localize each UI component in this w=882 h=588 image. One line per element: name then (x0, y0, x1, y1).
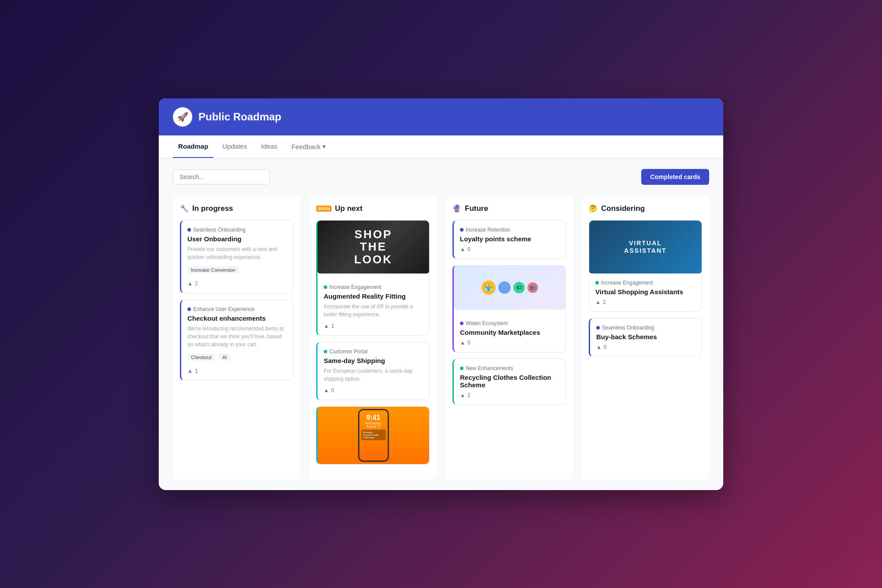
thinking-icon: 🤔 (589, 204, 598, 213)
column-header-future: 🔮 Future (452, 204, 566, 213)
card-same-day-shipping[interactable]: Customer Portal Same-day Shipping For Eu… (316, 342, 430, 400)
marketplace-icon-store: 🏪 (482, 281, 496, 295)
vote-count: 0 (331, 387, 334, 393)
nav-feedback[interactable]: Feedback ▾ (286, 135, 331, 157)
search-input[interactable] (173, 169, 270, 184)
category-label: Widen Ecosystem (466, 320, 508, 326)
marketplace-icon-tag: 🏷 (513, 282, 525, 293)
phone-notification: Messages Armando Cajide 3 Messages (361, 430, 386, 440)
column-up-next: SOON Up next 📱 SHOPTHELOOK (309, 195, 437, 479)
upvote-icon[interactable]: ▲ (460, 392, 465, 398)
nav-bar: Roadmap Updates Ideas Feedback ▾ (159, 135, 723, 158)
category-label: Increase Engagement (601, 280, 653, 286)
category-badge: Seamless Onboarding (187, 227, 287, 233)
column-considering: 🤔 Considering VIRTUALASSISTANT Increase … (582, 195, 709, 479)
upvote-icon[interactable]: ▲ (596, 344, 602, 350)
card-ar-fitting[interactable]: 📱 SHOPTHELOOK Increase Engagement Augmen… (316, 220, 430, 336)
card-title: Recycling Clothes Collection Scheme (460, 374, 559, 389)
category-badge: Seamless Onboarding (596, 325, 695, 331)
category-label: Customer Portal (329, 348, 368, 355)
dot-blue (187, 307, 191, 311)
category-badge: Increase Engagement (324, 284, 423, 290)
card-title: Virtual Shopping Assistants (595, 288, 695, 296)
nav-roadmap[interactable]: Roadmap (173, 135, 213, 158)
vote-count: 1 (331, 323, 334, 329)
vote-count: 2 (603, 299, 606, 305)
vote-row: ▲ 0 (460, 340, 559, 346)
card-loyalty-points[interactable]: Increase Retention Loyalty points scheme… (452, 220, 566, 259)
column-title-considering: Considering (601, 204, 645, 213)
column-title-future: Future (465, 204, 488, 213)
vote-row: ▲ 0 (596, 344, 695, 350)
nav-ideas[interactable]: Ideas (256, 135, 283, 158)
card-user-onboarding[interactable]: Seamless Onboarding User Onboarding Prov… (180, 220, 293, 293)
crystal-ball-icon: 🔮 (452, 204, 461, 213)
phone-time: 9:41 (366, 414, 380, 422)
phone-mockup: 9:41 Wednesday, August 12 Messages Arman… (358, 409, 389, 462)
completed-cards-button[interactable]: Completed cards (641, 169, 709, 185)
column-header-up-next: SOON Up next (316, 204, 430, 213)
vote-count: 1 (195, 368, 198, 374)
vote-row: ▲ 1 (324, 323, 423, 329)
tag[interactable]: Increase Conversion (187, 266, 239, 273)
upvote-icon[interactable]: ▲ (460, 340, 465, 346)
category-badge: Increase Retention (460, 227, 559, 233)
vote-count: 2 (467, 392, 471, 398)
dot-blue (596, 326, 600, 330)
card-mobile-app[interactable]: 9:41 Wednesday, August 12 Messages Arman… (316, 406, 430, 464)
column-header-considering: 🤔 Considering (589, 204, 702, 213)
phone-date: Wednesday, August 12 (361, 422, 386, 428)
card-description: Provide our customers with a new and qui… (187, 245, 287, 261)
upvote-icon[interactable]: ▲ (324, 323, 329, 329)
card-description: Incorporate the use of AR to provide a b… (324, 303, 423, 318)
card-description: For European customers, a same-day shipp… (324, 367, 423, 383)
card-tags: Checkout AI (187, 353, 287, 364)
tag-checkout[interactable]: Checkout (187, 354, 215, 361)
virtual-assistant-image: VIRTUALASSISTANT (589, 221, 702, 273)
vote-row: ▲ 1 (187, 368, 287, 374)
card-recycling-clothes[interactable]: New Enhancements Recycling Clothes Colle… (452, 359, 566, 405)
dot-green (595, 281, 599, 285)
column-header-in-progress: 🔧 In progress (180, 204, 293, 213)
nav-feedback-label: Feedback (292, 143, 321, 150)
card-checkout-enhancements[interactable]: Enhance User Experience Checkout enhance… (180, 300, 293, 381)
app-logo: 🚀 (173, 107, 192, 127)
card-title: Checkout enhancements (187, 315, 287, 322)
tag-ai[interactable]: AI (219, 354, 230, 361)
card-community-marketplaces[interactable]: 🏪 🛒 🏷 👥 Widen Ecosystem Community Market… (452, 265, 566, 352)
upvote-icon[interactable]: ▲ (595, 299, 601, 305)
dot-green (460, 367, 463, 370)
card-title: Augmented Reality Fitting (324, 292, 423, 300)
upvote-icon[interactable]: ▲ (187, 281, 193, 287)
vote-count: 0 (467, 246, 471, 252)
upvote-icon[interactable]: ▲ (324, 387, 329, 393)
upvote-icon[interactable]: ▲ (187, 368, 193, 374)
vote-count: 2 (195, 281, 198, 287)
toolbar: Completed cards (173, 169, 709, 185)
card-buyback-schemes[interactable]: Seamless Onboarding Buy-back Schemes ▲ 0 (589, 318, 702, 357)
column-in-progress: 🔧 In progress Seamless Onboarding User O… (173, 195, 300, 479)
card-title: Community Marketplaces (460, 329, 559, 336)
soon-icon: SOON (316, 206, 332, 212)
card-virtual-shopping[interactable]: VIRTUALASSISTANT Increase Engagement Vir… (589, 220, 702, 312)
column-future: 🔮 Future Increase Retention Loyalty poin… (445, 195, 573, 479)
category-label: Seamless Onboarding (602, 325, 654, 331)
marketplace-icon-cart: 🛒 (498, 281, 511, 294)
ar-fitting-image: 📱 SHOPTHELOOK (318, 221, 429, 273)
column-title-up-next: Up next (335, 204, 363, 213)
columns-container: 🔧 In progress Seamless Onboarding User O… (173, 195, 709, 479)
nav-updates[interactable]: Updates (217, 135, 252, 158)
card-title: Same-day Shipping (324, 357, 423, 364)
dot-blue (187, 228, 191, 232)
vote-row: ▲ 0 (324, 387, 423, 393)
category-label: New Enhancements (466, 365, 513, 371)
card-tags: Increase Conversion (187, 266, 287, 277)
vote-count: 0 (467, 340, 471, 346)
phone-image: 9:41 Wednesday, August 12 Messages Arman… (318, 407, 429, 464)
marketplace-icon-people: 👥 (527, 282, 538, 293)
category-label: Increase Engagement (329, 284, 381, 290)
category-badge: Customer Portal (324, 348, 423, 355)
virtual-text: VIRTUALASSISTANT (620, 235, 671, 259)
category-label: Enhance User Experience (193, 306, 254, 312)
upvote-icon[interactable]: ▲ (460, 246, 465, 252)
